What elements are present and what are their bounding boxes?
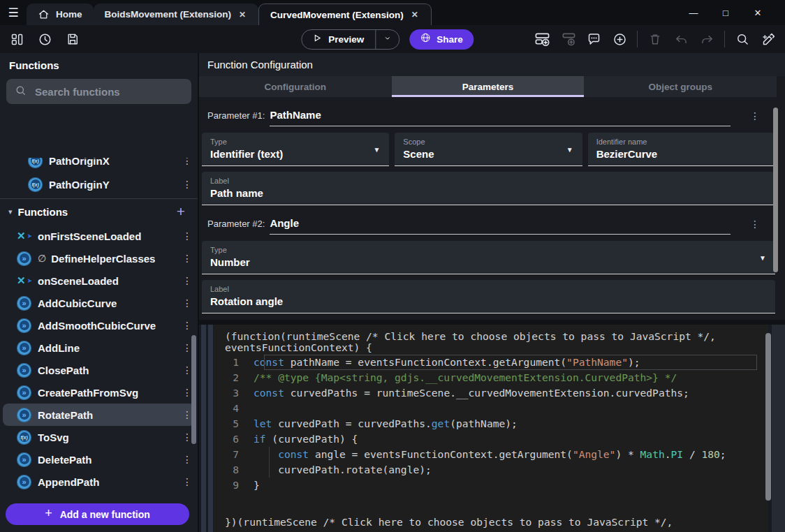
parameter-name-input[interactable]: PathName [270,109,731,126]
code-editor[interactable]: (function(runtimeScene /* Click here to … [214,325,768,532]
maximize-window-button[interactable]: □ [710,0,742,25]
text-field-identifier-name[interactable]: Identifier nameBezierCurve [588,133,775,166]
item-menu-icon[interactable]: ⋮ [179,179,195,190]
line-number: 8 [214,462,254,478]
save-icon[interactable] [64,31,81,47]
function-item-pathoriginx[interactable]: f(x)PathOriginX⋮ [3,158,195,172]
item-menu-icon[interactable]: ⋮ [179,253,195,264]
function-item-onfirstsceneloaded[interactable]: ✕➤onFirstSceneLoaded⋮ [3,225,195,247]
item-menu-icon[interactable]: ⋮ [179,476,195,487]
function-item-rotatepath[interactable]: »RotatePath⋮ [3,404,195,426]
add-function-plus-icon[interactable]: + [177,203,189,220]
text-field-label[interactable]: LabelPath name [202,172,775,205]
sidebar-scrollbar[interactable] [191,335,196,444]
code-scrollbar[interactable] [765,333,771,501]
function-item-pathoriginy[interactable]: f(x)PathOriginY⋮ [3,173,195,195]
item-menu-icon[interactable]: ⋮ [179,454,195,465]
code-header[interactable]: (function(runtimeScene /* Click here to … [214,325,768,353]
panels-icon[interactable] [8,31,25,47]
code-line-6[interactable]: 6if (curvedPath) { [214,431,768,447]
parameters-area: Parameter #1:PathName⋮TypeIdentifier (te… [199,109,785,313]
search-icon[interactable] [734,31,751,47]
add-circle-icon[interactable] [611,31,628,47]
code-line-2[interactable]: 2/** @type {Map<string, gdjs.__curvedMov… [214,370,768,385]
code-line-3[interactable]: 3const curvedPaths = runtimeScene.__curv… [214,385,768,401]
lifecycle-function-icon: ✕➤ [17,274,31,288]
code-line-8[interactable]: 8 curvedPath.rotate(angle); [214,462,768,478]
function-item-closepath[interactable]: »ClosePath⋮ [3,359,195,381]
field-value: Number [210,256,767,268]
item-menu-icon[interactable]: ⋮ [179,320,195,331]
preview-button-main[interactable]: Preview [302,30,375,49]
function-item-deletepath[interactable]: »DeletePath⋮ [3,448,195,471]
collapse-triangle-icon[interactable]: ▾ [8,207,13,216]
function-item-addcubiccurve[interactable]: »AddCubicCurve⋮ [3,292,195,314]
line-number: 5 [214,416,254,431]
function-item-createpathfromsvg[interactable]: »CreatePathFromSvg⋮ [3,381,195,404]
window-controls: —□✕ [677,0,785,25]
parameter-menu-icon[interactable]: ⋮ [750,110,760,121]
function-item-label: AddCubicCurve [38,297,117,309]
function-item-definehelperclasses[interactable]: »∅DefineHelperClasses⋮ [3,247,195,269]
search-functions-box[interactable] [6,79,191,104]
function-item-addline[interactable]: »AddLine⋮ [3,337,195,359]
dropdown-scope[interactable]: ScopeScene▼ [395,133,582,166]
code-line-9[interactable]: 9} [214,478,768,493]
main-menu-icon[interactable]: ☰ [0,0,27,25]
item-menu-icon[interactable]: ⋮ [179,158,195,166]
add-comment-icon[interactable] [585,31,602,47]
text-field-label[interactable]: LabelRotation angle [202,280,775,313]
close-tab-icon[interactable]: ✕ [237,8,247,21]
toolbar-left-group [8,31,81,47]
functions-section-header[interactable]: ▾Functions+ [3,201,195,222]
tab-parameters[interactable]: Parameters [392,76,585,97]
edit-scene-icon[interactable] [760,31,777,47]
editor-tab-curvedmovement-extension[interactable]: CurvedMovement (Extension)✕ [258,3,432,25]
history-icon[interactable] [36,31,53,47]
toolbar: Preview Share [0,25,785,53]
share-button[interactable]: Share [409,29,474,50]
code-line-1[interactable]: 1const pathName = eventsFunctionContext.… [214,355,768,370]
editor-tab-boidsmovement-extension[interactable]: BoidsMovement (Extension)✕ [94,3,259,25]
field-value: Path name [210,187,767,199]
add-new-function-button[interactable]: + Add a new function [6,503,189,525]
minimize-window-button[interactable]: — [677,0,710,25]
add-sub-event-icon[interactable] [559,31,576,47]
search-functions-input[interactable] [34,85,183,98]
parameter-name-input[interactable]: Angle [270,217,731,235]
undo-icon[interactable] [673,31,689,47]
item-menu-icon[interactable]: ⋮ [179,275,195,286]
redo-icon[interactable] [698,31,715,47]
function-item-tosvg[interactable]: f(x)ToSvg⋮ [3,426,195,448]
tab-object-groups[interactable]: Object groups [584,76,777,97]
close-tab-icon[interactable]: ✕ [410,8,420,21]
item-menu-icon[interactable]: ⋮ [179,230,195,242]
line-number: 9 [214,478,254,493]
field-value: BezierCurve [596,148,767,160]
function-item-addsmoothcubiccurve[interactable]: »AddSmoothCubicCurve⋮ [3,314,195,337]
code-header-line: (function(runtimeScene /* Click here to … [225,331,768,342]
event-indent-rail [201,325,206,532]
code-line-7[interactable]: 7 const angle = eventsFunctionContext.ge… [214,447,768,462]
dropdown-type[interactable]: TypeIdentifier (text)▼ [202,133,389,166]
trash-icon[interactable] [647,31,663,47]
parameters-scrollbar[interactable] [773,108,778,272]
function-item-onsceneloaded[interactable]: ✕➤onSceneLoaded⋮ [3,269,195,292]
function-item-appendpath[interactable]: »AppendPath⋮ [3,471,195,493]
toolbar-center-group: Preview Share [301,29,474,50]
editor-tab-home[interactable]: Home [27,3,94,25]
preview-options-button[interactable] [376,30,399,49]
close-window-button[interactable]: ✕ [742,0,774,25]
dropdown-type[interactable]: TypeNumber▼ [202,241,775,274]
share-label: Share [436,34,463,45]
add-event-icon[interactable] [534,31,550,47]
tab-configuration[interactable]: Configuration [199,76,392,97]
preview-button[interactable]: Preview [301,29,399,50]
code-line-5[interactable]: 5let curvedPath = curvedPaths.get(pathNa… [214,416,768,431]
lifecycle-function-icon: ✕➤ [17,229,31,244]
item-menu-icon[interactable]: ⋮ [179,297,195,309]
code-line-4[interactable]: 4 [214,401,768,416]
action-gear-icon: » [17,318,31,333]
parameter-menu-icon[interactable]: ⋮ [750,219,760,230]
line-number: 7 [214,447,254,462]
